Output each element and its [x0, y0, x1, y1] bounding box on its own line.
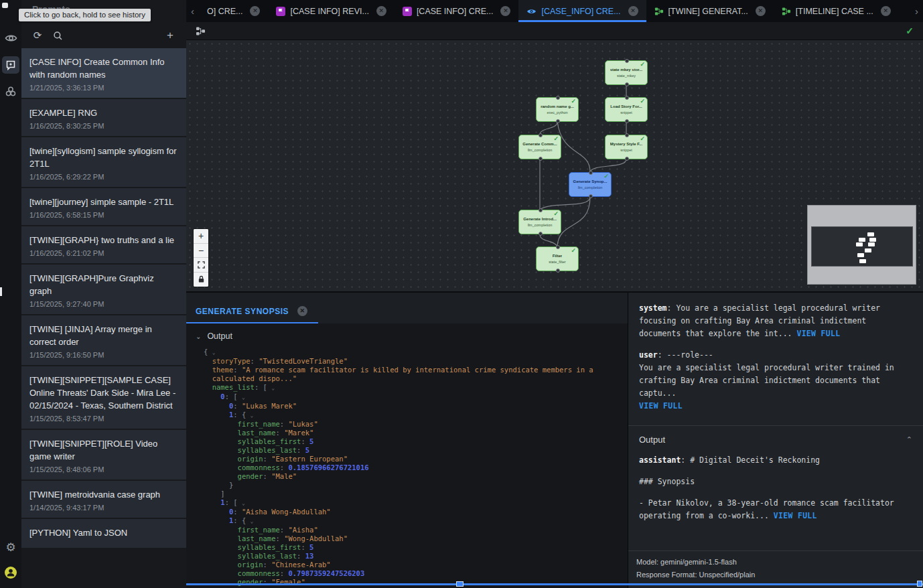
graph-node[interactable]: ✓Generate Comm...llm_completion	[518, 135, 561, 159]
close-icon[interactable]: ✕	[756, 6, 766, 16]
close-icon[interactable]: ✕	[500, 6, 510, 16]
minimap-node	[865, 248, 871, 252]
chevron-up-icon[interactable]: ⌃	[906, 435, 912, 444]
close-icon[interactable]: ✕	[628, 6, 638, 16]
view-full-link[interactable]: VIEW FULL	[796, 329, 840, 338]
assistant-output-section: Output ⌃ assistant: # Digital Deceit's R…	[628, 425, 923, 550]
minimap-node	[869, 238, 876, 242]
prompt-list-item[interactable]: [twine][journey] simple sample - 2T1L1/1…	[21, 188, 186, 225]
graph-node[interactable]: ✓random name g...exec_python	[536, 97, 579, 122]
message-role: user	[639, 350, 658, 360]
json-token	[204, 429, 238, 437]
json-tree[interactable]: { ⌄ storyType: "TwistedLoveTriangle" the…	[204, 348, 628, 588]
prompt-list-item[interactable]: [twine][syllogism] sample syllogism for …	[21, 137, 186, 187]
node-subtitle: state_filter	[549, 260, 565, 264]
minimap[interactable]	[807, 205, 916, 285]
view-full-link[interactable]: VIEW FULL	[774, 511, 817, 520]
prompt-list-item[interactable]: [TWINE][SNIPPET][ROLE] Video game writer…	[21, 430, 186, 480]
json-line: ]	[204, 490, 628, 498]
graph-node[interactable]: ✓Generate Synop...llm_completion	[569, 172, 612, 197]
json-token	[204, 508, 229, 516]
close-icon[interactable]: ✕	[881, 6, 891, 16]
node-graph-canvas[interactable]: ✓state mkey stor...state_mkey✓random nam…	[186, 40, 923, 291]
lock-button[interactable]	[194, 273, 208, 287]
tab-bar: ‹ O] CRE...✕[CASE INFO] REVI...✕[CASE IN…	[186, 0, 923, 22]
prompt-list-item[interactable]: [TWINE] metroidvania case graph1/14/2025…	[21, 481, 186, 518]
json-token	[204, 383, 212, 391]
bottom-resize-grip[interactable]	[456, 581, 464, 587]
prompts-icon[interactable]	[2, 56, 19, 74]
add-prompt-button[interactable]: +	[163, 29, 177, 42]
json-line: syllables_first: 5	[204, 437, 628, 446]
chevron-right-icon[interactable]: ›	[910, 0, 923, 22]
editor-tab[interactable]: [TIMELINE] CASE ...✕	[774, 0, 899, 22]
zoom-in-button[interactable]: +	[194, 229, 208, 244]
json-line: 1: { ⌄	[204, 411, 628, 420]
prompt-list-item[interactable]: [PYTHON] Yaml to JSON	[21, 519, 186, 548]
prompt-title: [PYTHON] Yaml to JSON	[29, 526, 178, 539]
graph-node[interactable]: ✓Mystery Style F...snippet	[605, 135, 648, 159]
json-token	[204, 402, 229, 410]
flows-icon[interactable]	[2, 83, 19, 100]
prompt-list-item[interactable]: [CASE INFO] Create Common Info with rand…	[21, 48, 186, 98]
search-icon[interactable]	[51, 29, 64, 42]
bottom-resize-bar[interactable]	[186, 583, 923, 585]
prompt-date: 1/21/2025, 3:36:13 PM	[29, 84, 178, 92]
json-token	[204, 561, 238, 569]
json-line: origin: "Eastern European"	[204, 455, 628, 463]
panel-resize-grip-right[interactable]	[917, 581, 922, 587]
editor-tab[interactable]: O] CRE...✕	[199, 0, 268, 22]
json-token	[204, 420, 238, 428]
prompt-list-item[interactable]: [EXAMPLE] RNG1/16/2025, 8:30:25 PM	[21, 99, 186, 136]
output-section-header[interactable]: ⌄ Output	[196, 332, 628, 341]
tab-label: [CASE_INFO] CRE...	[541, 7, 620, 16]
chevron-left-icon[interactable]: ‹	[186, 0, 199, 22]
close-icon[interactable]: ✕	[297, 306, 307, 316]
json-token: "Eastern European"	[271, 455, 348, 463]
eye-icon[interactable]	[2, 29, 19, 47]
json-token: :	[280, 526, 289, 534]
canvas-zoom-controls: + −	[194, 229, 208, 287]
json-line: 1: { ⌄	[204, 516, 628, 526]
prompt-list-item[interactable]: [TWINE][GRAPH]Pure Graphviz graph1/15/20…	[21, 265, 186, 314]
editor-tab[interactable]: [TWINE] GENERAT...✕	[646, 0, 774, 22]
view-full-link[interactable]: VIEW FULL	[639, 401, 683, 411]
json-token	[204, 455, 238, 463]
node-subtitle: llm_completion	[528, 148, 553, 152]
editor-tab-active[interactable]: [CASE_INFO] CRE...✕	[518, 0, 646, 22]
graph-node[interactable]: ✓Filterstate_filter	[536, 246, 579, 271]
fit-view-button[interactable]	[194, 258, 208, 273]
close-icon[interactable]: ✕	[250, 6, 260, 16]
node-output-panel: GENERATE SYNOPSIS ✕ ⌄ Output { ⌄ storyTy…	[186, 293, 628, 588]
chevron-down-icon: ⌄	[196, 333, 201, 340]
json-token: "Lukas Marek"	[242, 402, 297, 410]
tab-generate-synopsis[interactable]: GENERATE SYNOPSIS ✕	[186, 306, 318, 323]
graph-node[interactable]: ✓Generate Introd...llm_completion	[518, 210, 561, 234]
close-icon[interactable]: ✕	[376, 6, 386, 16]
account-avatar-icon[interactable]	[2, 564, 19, 581]
prompt-list-item[interactable]: [TWINE][GRAPH} two truths and a lie1/16/…	[21, 226, 186, 263]
graph-node[interactable]: ✓Load Story For...snippet	[605, 97, 648, 122]
node-subtitle: state_mkey	[617, 74, 636, 78]
editor-tab[interactable]: [CASE INFO] CRE...✕	[395, 0, 519, 22]
json-line: 1: [ ⌄	[204, 498, 628, 508]
workflow-icon[interactable]	[196, 26, 206, 36]
editor-tab[interactable]: [CASE INFO] REVI...✕	[268, 0, 394, 22]
json-token	[204, 472, 238, 480]
tab-label: [TIMELINE] CASE ...	[796, 7, 873, 16]
prompt-list-item[interactable]: [TWINE] [JINJA] Array merge in correct o…	[21, 315, 186, 365]
json-token: :	[233, 508, 242, 516]
back-button[interactable]	[2, 3, 8, 8]
refresh-icon[interactable]: ⟳	[31, 29, 44, 42]
settings-gear-icon[interactable]: ⚙	[2, 538, 19, 556]
json-line: syllables_last: 13	[204, 552, 628, 561]
json-token: :	[280, 420, 289, 428]
prompt-list-item[interactable]: [TWINE][SNIPPET][SAMPLE CASE] Online Thr…	[21, 366, 186, 429]
json-token	[204, 516, 229, 524]
left-edge-resize-handle[interactable]	[0, 287, 2, 296]
message-role: system	[639, 303, 667, 313]
zoom-out-button[interactable]: −	[194, 244, 208, 259]
graph-node[interactable]: ✓state mkey stor...state_mkey	[605, 60, 648, 85]
prompt-title: [TWINE][SNIPPET][SAMPLE CASE] Online Thr…	[29, 374, 178, 412]
prompt-title: [TWINE] metroidvania case graph	[29, 488, 178, 501]
